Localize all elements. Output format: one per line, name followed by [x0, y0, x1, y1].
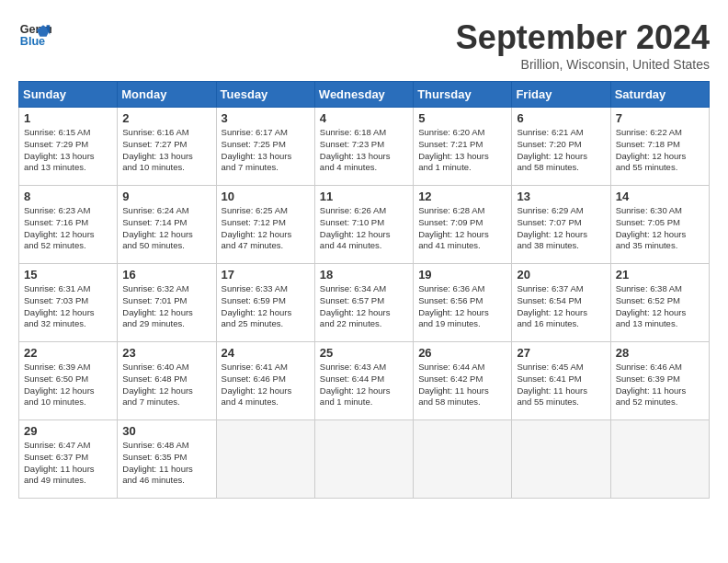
calendar-cell: 6Sunrise: 6:21 AM Sunset: 7:20 PM Daylig…: [512, 108, 610, 186]
calendar-cell: 23Sunrise: 6:40 AM Sunset: 6:48 PM Dayli…: [118, 342, 216, 420]
day-info: Sunrise: 6:20 AM Sunset: 7:21 PM Dayligh…: [418, 127, 506, 174]
calendar-cell: 1Sunrise: 6:15 AM Sunset: 7:29 PM Daylig…: [19, 108, 118, 186]
day-number: 23: [122, 346, 210, 360]
month-title: September 2024: [456, 18, 710, 57]
col-header-sunday: Sunday: [19, 82, 118, 108]
header-row: SundayMondayTuesdayWednesdayThursdayFrid…: [19, 82, 710, 108]
day-info: Sunrise: 6:37 AM Sunset: 6:54 PM Dayligh…: [517, 283, 605, 330]
day-number: 4: [320, 111, 408, 125]
day-info: Sunrise: 6:21 AM Sunset: 7:20 PM Dayligh…: [517, 127, 605, 174]
day-number: 29: [24, 424, 112, 438]
day-number: 22: [24, 346, 112, 360]
col-header-monday: Monday: [118, 82, 216, 108]
calendar-cell: 20Sunrise: 6:37 AM Sunset: 6:54 PM Dayli…: [512, 264, 610, 342]
logo-icon: General Blue: [18, 18, 51, 52]
calendar-cell: [512, 420, 610, 499]
day-info: Sunrise: 6:24 AM Sunset: 7:14 PM Dayligh…: [122, 205, 210, 252]
day-info: Sunrise: 6:17 AM Sunset: 7:25 PM Dayligh…: [222, 127, 310, 174]
day-info: Sunrise: 6:23 AM Sunset: 7:16 PM Dayligh…: [24, 205, 112, 252]
week-row-2: 15Sunrise: 6:31 AM Sunset: 7:03 PM Dayli…: [19, 264, 710, 342]
calendar-cell: 4Sunrise: 6:18 AM Sunset: 7:23 PM Daylig…: [314, 108, 413, 186]
day-info: Sunrise: 6:40 AM Sunset: 6:48 PM Dayligh…: [122, 362, 210, 408]
day-info: Sunrise: 6:39 AM Sunset: 6:50 PM Dayligh…: [24, 362, 112, 408]
day-info: Sunrise: 6:28 AM Sunset: 7:09 PM Dayligh…: [418, 205, 506, 252]
day-info: Sunrise: 6:16 AM Sunset: 7:27 PM Dayligh…: [122, 127, 210, 174]
week-row-1: 8Sunrise: 6:23 AM Sunset: 7:16 PM Daylig…: [19, 186, 710, 264]
day-info: Sunrise: 6:36 AM Sunset: 6:56 PM Dayligh…: [418, 283, 506, 330]
day-number: 26: [418, 346, 506, 360]
day-info: Sunrise: 6:44 AM Sunset: 6:42 PM Dayligh…: [418, 362, 506, 408]
day-number: 1: [24, 111, 112, 125]
day-info: Sunrise: 6:43 AM Sunset: 6:44 PM Dayligh…: [320, 362, 408, 408]
day-number: 18: [320, 268, 408, 282]
calendar-cell: 8Sunrise: 6:23 AM Sunset: 7:16 PM Daylig…: [19, 186, 118, 264]
day-number: 11: [320, 190, 408, 203]
calendar-cell: [610, 420, 709, 499]
day-info: Sunrise: 6:30 AM Sunset: 7:05 PM Dayligh…: [616, 205, 704, 252]
day-info: Sunrise: 6:38 AM Sunset: 6:52 PM Dayligh…: [616, 283, 704, 330]
calendar-cell: 2Sunrise: 6:16 AM Sunset: 7:27 PM Daylig…: [118, 108, 216, 186]
calendar-cell: 11Sunrise: 6:26 AM Sunset: 7:10 PM Dayli…: [314, 186, 413, 264]
day-number: 30: [122, 424, 210, 438]
day-number: 2: [122, 111, 210, 125]
week-row-3: 22Sunrise: 6:39 AM Sunset: 6:50 PM Dayli…: [19, 342, 710, 420]
day-number: 13: [517, 190, 605, 203]
day-number: 6: [517, 111, 605, 125]
calendar-cell: 18Sunrise: 6:34 AM Sunset: 6:57 PM Dayli…: [314, 264, 413, 342]
col-header-friday: Friday: [512, 82, 610, 108]
day-info: Sunrise: 6:15 AM Sunset: 7:29 PM Dayligh…: [24, 127, 112, 174]
day-info: Sunrise: 6:29 AM Sunset: 7:07 PM Dayligh…: [517, 205, 605, 252]
calendar-cell: 12Sunrise: 6:28 AM Sunset: 7:09 PM Dayli…: [414, 186, 512, 264]
title-area: September 2024 Brillion, Wisconsin, Unit…: [456, 18, 710, 72]
calendar-cell: 29Sunrise: 6:47 AM Sunset: 6:37 PM Dayli…: [19, 420, 118, 499]
calendar-cell: 27Sunrise: 6:45 AM Sunset: 6:41 PM Dayli…: [512, 342, 610, 420]
calendar-cell: 22Sunrise: 6:39 AM Sunset: 6:50 PM Dayli…: [19, 342, 118, 420]
col-header-thursday: Thursday: [414, 82, 512, 108]
day-number: 16: [122, 268, 210, 282]
day-info: Sunrise: 6:48 AM Sunset: 6:35 PM Dayligh…: [122, 440, 210, 487]
location: Brillion, Wisconsin, United States: [456, 57, 710, 72]
day-number: 27: [517, 346, 605, 360]
day-number: 25: [320, 346, 408, 360]
calendar-cell: 26Sunrise: 6:44 AM Sunset: 6:42 PM Dayli…: [414, 342, 512, 420]
day-info: Sunrise: 6:26 AM Sunset: 7:10 PM Dayligh…: [320, 205, 408, 252]
calendar-cell: [216, 420, 314, 499]
col-header-tuesday: Tuesday: [216, 82, 314, 108]
day-info: Sunrise: 6:22 AM Sunset: 7:18 PM Dayligh…: [616, 127, 704, 174]
day-number: 15: [24, 268, 112, 282]
calendar-cell: 24Sunrise: 6:41 AM Sunset: 6:46 PM Dayli…: [216, 342, 314, 420]
day-number: 10: [222, 190, 310, 203]
calendar-cell: 15Sunrise: 6:31 AM Sunset: 7:03 PM Dayli…: [19, 264, 118, 342]
calendar-cell: 30Sunrise: 6:48 AM Sunset: 6:35 PM Dayli…: [118, 420, 216, 499]
day-info: Sunrise: 6:46 AM Sunset: 6:39 PM Dayligh…: [616, 362, 704, 408]
day-number: 5: [418, 111, 506, 125]
day-info: Sunrise: 6:47 AM Sunset: 6:37 PM Dayligh…: [24, 440, 112, 487]
day-number: 28: [616, 346, 704, 360]
day-number: 20: [517, 268, 605, 282]
day-number: 24: [222, 346, 310, 360]
day-info: Sunrise: 6:31 AM Sunset: 7:03 PM Dayligh…: [24, 283, 112, 330]
calendar-cell: 17Sunrise: 6:33 AM Sunset: 6:59 PM Dayli…: [216, 264, 314, 342]
calendar-cell: 19Sunrise: 6:36 AM Sunset: 6:56 PM Dayli…: [414, 264, 512, 342]
calendar-cell: 13Sunrise: 6:29 AM Sunset: 7:07 PM Dayli…: [512, 186, 610, 264]
week-row-0: 1Sunrise: 6:15 AM Sunset: 7:29 PM Daylig…: [19, 108, 710, 186]
calendar-cell: 5Sunrise: 6:20 AM Sunset: 7:21 PM Daylig…: [414, 108, 512, 186]
col-header-wednesday: Wednesday: [314, 82, 413, 108]
day-info: Sunrise: 6:33 AM Sunset: 6:59 PM Dayligh…: [222, 283, 310, 330]
day-number: 9: [122, 190, 210, 203]
day-info: Sunrise: 6:34 AM Sunset: 6:57 PM Dayligh…: [320, 283, 408, 330]
calendar-cell: 7Sunrise: 6:22 AM Sunset: 7:18 PM Daylig…: [610, 108, 709, 186]
calendar-cell: 25Sunrise: 6:43 AM Sunset: 6:44 PM Dayli…: [314, 342, 413, 420]
day-number: 19: [418, 268, 506, 282]
logo: General Blue: [18, 18, 51, 52]
calendar-cell: [314, 420, 413, 499]
calendar-cell: 16Sunrise: 6:32 AM Sunset: 7:01 PM Dayli…: [118, 264, 216, 342]
day-number: 7: [616, 111, 704, 125]
day-info: Sunrise: 6:18 AM Sunset: 7:23 PM Dayligh…: [320, 127, 408, 174]
calendar-cell: 21Sunrise: 6:38 AM Sunset: 6:52 PM Dayli…: [610, 264, 709, 342]
day-number: 21: [616, 268, 704, 282]
day-info: Sunrise: 6:41 AM Sunset: 6:46 PM Dayligh…: [222, 362, 310, 408]
header: General Blue September 2024 Brillion, Wi…: [18, 18, 710, 72]
day-info: Sunrise: 6:25 AM Sunset: 7:12 PM Dayligh…: [222, 205, 310, 252]
day-number: 17: [222, 268, 310, 282]
